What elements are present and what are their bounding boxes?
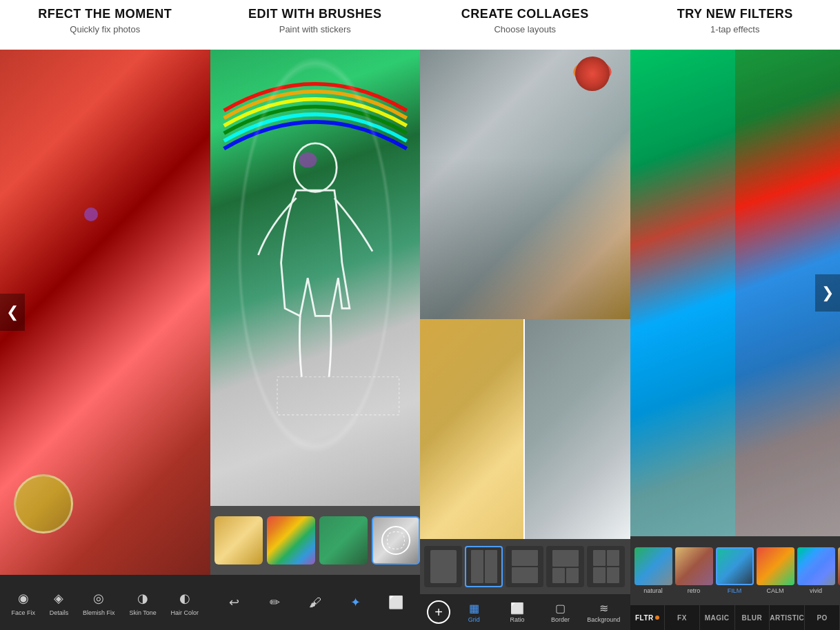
- collage-bottom-left: [420, 319, 525, 540]
- add-photo-button[interactable]: +: [427, 600, 450, 624]
- left-arrow-button[interactable]: ❮: [0, 294, 25, 331]
- panel-2-header: EDIT WITH BRUSHES Paint with stickers: [210, 0, 421, 50]
- brush-rainbow[interactable]: [267, 516, 315, 565]
- fx-label: FX: [677, 614, 687, 622]
- svg-point-2: [298, 152, 316, 167]
- right-chevron-icon: ❯: [821, 284, 834, 302]
- hair-color-overlay: [84, 207, 98, 221]
- filter-vivid[interactable]: vivid: [797, 547, 835, 594]
- layout-option-1[interactable]: [424, 546, 462, 587]
- fltr-dot: [655, 616, 659, 620]
- collage-gradient: [420, 157, 630, 318]
- ratio-icon: ⬜: [510, 602, 524, 615]
- collage-toolbar: + ▦ Grid ⬜ Ratio ▢ Border ≋ Background: [420, 594, 630, 630]
- panel-1-title: RFECT THE MOMENT: [4, 7, 206, 22]
- layout-5-icon: [593, 550, 619, 583]
- undo-icon: ↩: [226, 593, 243, 611]
- face-fix-icon: ◉: [14, 589, 32, 607]
- panel-4-header: TRY NEW FILTERS 1-tap effects: [630, 0, 841, 50]
- tool-blemish-fix[interactable]: ◎ Blemish Fix: [83, 589, 115, 616]
- tool-sticker[interactable]: ✦: [346, 593, 364, 611]
- tool-background[interactable]: ≋ Background: [584, 602, 623, 623]
- collage-bottom-right: [525, 319, 630, 540]
- brush-gold[interactable]: [214, 516, 263, 565]
- layout-3-icon: [512, 550, 538, 583]
- panel-4-photo: [630, 50, 841, 536]
- panel-4-subtitle: 1-tap effects: [634, 24, 837, 34]
- filter-auto-thumb: [838, 547, 841, 585]
- hair-color-icon: ◐: [176, 589, 194, 607]
- layout-option-3[interactable]: [506, 546, 543, 587]
- sketch-overlay-svg: [210, 50, 421, 430]
- tool-skin-tone[interactable]: ◑ Skin Tone: [129, 589, 156, 616]
- po-label: PO: [817, 614, 827, 622]
- panel-perfect-moment: RFECT THE MOMENT Quickly fix photos ❮ ◉ …: [0, 0, 210, 630]
- category-bar: FLTR FX MAGIC BLUR ARTISTIC PO: [630, 605, 841, 630]
- main-container: RFECT THE MOMENT Quickly fix photos ❮ ◉ …: [0, 0, 840, 630]
- panel-try-filters: TRY NEW FILTERS 1-tap effects ❯ natural: [630, 0, 841, 630]
- layout-option-5[interactable]: [587, 546, 625, 587]
- panel-3-title: CREATE COLLAGES: [424, 7, 626, 22]
- cat-po[interactable]: PO: [805, 605, 840, 630]
- filter-auto[interactable]: auto: [838, 547, 841, 594]
- panel-3-header: CREATE COLLAGES Choose layouts: [420, 0, 630, 50]
- cat-fx[interactable]: FX: [665, 605, 700, 630]
- tool-ratio[interactable]: ⬜ Ratio: [498, 602, 537, 623]
- filter-film-thumb: [716, 547, 754, 585]
- filter-strip: natural retro FILM CALM vivid: [630, 536, 841, 605]
- right-arrow-button[interactable]: ❯: [815, 274, 840, 312]
- magic-label: MAGIC: [705, 614, 730, 622]
- tool-brush-2[interactable]: 🖌: [306, 593, 324, 611]
- panel-3-subtitle: Choose layouts: [424, 24, 626, 34]
- brush-sketch[interactable]: [372, 516, 420, 565]
- panel-create-collages: CREATE COLLAGES Choose layouts: [420, 0, 630, 630]
- blur-label: BLUR: [741, 614, 762, 622]
- tool-hair-color[interactable]: ◐ Hair Color: [171, 589, 199, 616]
- layout-1-icon: [430, 550, 457, 583]
- layout-4-icon: [552, 550, 579, 583]
- svg-point-13: [591, 71, 606, 84]
- panel-2-title: EDIT WITH BRUSHES: [214, 7, 417, 22]
- brush-green[interactable]: [319, 516, 368, 565]
- background-icon: ≋: [599, 602, 608, 615]
- svg-point-12: [577, 71, 592, 84]
- skin-tone-label: Skin Tone: [129, 609, 156, 616]
- tool-border[interactable]: ▢ Border: [541, 602, 580, 623]
- panel-3-image: [420, 50, 630, 539]
- tool-face-fix[interactable]: ◉ Face Fix: [11, 589, 35, 616]
- cat-fltr[interactable]: FLTR: [630, 605, 666, 630]
- panel-2-image: [210, 50, 421, 506]
- filter-film[interactable]: FILM: [716, 547, 754, 594]
- layout-option-4[interactable]: [546, 546, 584, 587]
- filter-vivid-thumb: [797, 547, 835, 585]
- tool-erase[interactable]: ⬜: [387, 593, 405, 611]
- filter-natural[interactable]: natural: [634, 547, 672, 594]
- cat-blur[interactable]: BLUR: [735, 605, 770, 630]
- panel-1-toolbar: ◉ Face Fix ◈ Details ◎ Blemish Fix ◑ Ski…: [0, 575, 210, 630]
- collage-bottom: [420, 319, 630, 540]
- blemish-fix-label: Blemish Fix: [83, 609, 115, 616]
- panel-2-photo: [210, 50, 421, 506]
- blemish-fix-icon: ◎: [90, 589, 108, 607]
- layout-option-2[interactable]: [465, 546, 503, 587]
- left-chevron-icon: ❮: [6, 303, 19, 321]
- border-label: Border: [551, 616, 570, 623]
- tool-details[interactable]: ◈ Details: [50, 589, 69, 616]
- panel-1-header: RFECT THE MOMENT Quickly fix photos: [0, 0, 210, 50]
- panel-2-toolbar: ↩ ✏ 🖌 ✦ ⬜: [210, 575, 421, 630]
- cat-magic[interactable]: MAGIC: [700, 605, 735, 630]
- erase-icon: ⬜: [387, 593, 405, 611]
- svg-rect-1: [277, 377, 399, 415]
- filter-natural-thumb: [634, 547, 672, 585]
- filter-calm-thumb: [757, 547, 794, 585]
- filter-retro[interactable]: retro: [675, 547, 713, 594]
- filter-vivid-label: vivid: [810, 587, 822, 594]
- panel-1-photo: [0, 50, 210, 575]
- cat-artistic[interactable]: ARTISTIC: [770, 605, 805, 630]
- filter-calm[interactable]: CALM: [757, 547, 794, 594]
- panel-1-subtitle: Quickly fix photos: [4, 24, 206, 34]
- tool-brush-1[interactable]: ✏: [266, 593, 283, 611]
- tool-grid[interactable]: ▦ Grid: [454, 602, 494, 623]
- face-fix-label: Face Fix: [11, 609, 35, 616]
- tool-undo-brush[interactable]: ↩: [226, 593, 243, 611]
